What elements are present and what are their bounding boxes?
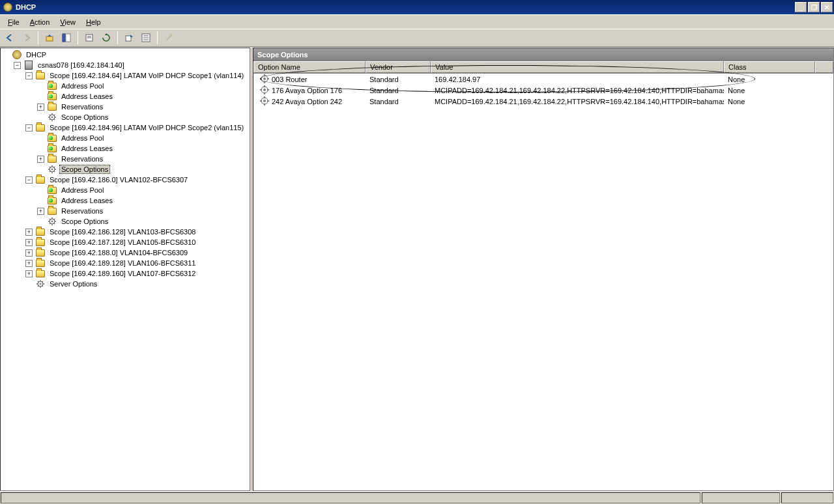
back-button[interactable]: [3, 31, 17, 45]
menu-view[interactable]: View: [55, 17, 81, 27]
toolbar: [0, 29, 834, 47]
svg-point-43: [40, 283, 42, 285]
svg-line-51: [42, 281, 44, 283]
tree-scope[interactable]: +Scope [169.42.189.128] VLAN106-BFCS6311: [25, 258, 248, 268]
folder-icon: [47, 133, 57, 143]
tree-item-address-pool[interactable]: Address Pool: [37, 185, 248, 195]
properties-button[interactable]: [82, 31, 96, 45]
expand-toggle[interactable]: +: [25, 229, 33, 236]
folder-icon: [47, 195, 57, 206]
table-row[interactable]: 242 Avaya Option 242StandardMCIPADD=169.…: [253, 96, 833, 107]
table-row[interactable]: 003 RouterStandard169.42.184.97None: [253, 74, 833, 85]
svg-line-30: [50, 171, 51, 173]
expand-toggle[interactable]: −: [25, 72, 33, 79]
svg-line-39: [54, 223, 55, 225]
tree-item-address-leases[interactable]: Address Leases: [37, 195, 248, 206]
menu-file[interactable]: File: [3, 17, 25, 27]
tree-item-reservations[interactable]: +Reservations: [37, 102, 248, 112]
expand-toggle[interactable]: +: [25, 270, 33, 277]
svg-line-48: [38, 281, 39, 283]
svg-point-13: [51, 117, 53, 119]
column-header-value[interactable]: Value: [431, 61, 724, 73]
menu-bar: File Action View Help: [0, 14, 834, 29]
option-name: 242 Avaya Option 242: [272, 98, 342, 105]
folder-icon: [35, 70, 46, 81]
tree-server-options[interactable]: Server Options: [25, 279, 248, 289]
tree-item-address-leases[interactable]: Address Leases: [37, 143, 248, 154]
cell-class: None: [724, 86, 815, 95]
close-button[interactable]: ✕: [821, 2, 833, 12]
svg-line-28: [50, 167, 51, 168]
folder-icon: [35, 227, 46, 237]
expand-toggle[interactable]: +: [37, 156, 44, 163]
gear-icon: [47, 216, 57, 227]
up-button[interactable]: [42, 31, 57, 45]
gear-icon: [47, 112, 57, 122]
export-button[interactable]: [122, 31, 136, 45]
tree-pane[interactable]: DHCP−csnas078 [169.42.184.140]−Scope [16…: [0, 48, 250, 491]
maximize-button[interactable]: ❐: [808, 2, 820, 12]
expand-toggle[interactable]: −: [25, 124, 33, 132]
svg-rect-0: [46, 36, 53, 41]
list-button[interactable]: [139, 31, 153, 45]
tree-item-reservations[interactable]: +Reservations: [37, 206, 248, 216]
tree-scope[interactable]: +Scope [169.42.186.128] VLAN103-BFCS6308: [25, 227, 248, 237]
list-header: Option NameVendorValueClass: [253, 61, 833, 74]
expand-toggle[interactable]: +: [25, 260, 33, 267]
status-pane-main: [1, 492, 700, 503]
expand-toggle[interactable]: +: [37, 104, 44, 111]
show-hide-tree-button[interactable]: [59, 31, 74, 45]
tree-server[interactable]: −csnas078 [169.42.184.140]: [14, 60, 248, 70]
svg-line-31: [54, 167, 55, 168]
tree-scope[interactable]: −Scope [169.42.184.64] LATAM VoIP DHCP S…: [25, 70, 248, 81]
minimize-button[interactable]: _: [795, 2, 807, 12]
expand-toggle[interactable]: −: [14, 62, 21, 69]
folder-icon: [47, 154, 57, 164]
wizard-button[interactable]: [162, 31, 176, 45]
tree-scope[interactable]: +Scope [169.42.189.160] VLAN107-BFCS6312: [25, 268, 248, 279]
folder-icon: [47, 102, 57, 112]
gear-icon: [260, 85, 270, 96]
tree-item-address-pool[interactable]: Address Pool: [37, 133, 248, 143]
option-name: 003 Router: [272, 76, 307, 83]
cell-vendor: Standard: [366, 97, 431, 106]
tree-item-scope-options[interactable]: Scope Options: [37, 164, 248, 175]
column-header-option-name[interactable]: Option Name: [253, 61, 366, 73]
tree-item-reservations[interactable]: +Reservations: [37, 154, 248, 164]
svg-point-11: [170, 34, 173, 36]
tree-scope[interactable]: +Scope [169.42.188.0] VLAN104-BFCS6309: [25, 247, 248, 258]
svg-point-33: [51, 221, 53, 223]
cell-class: None: [724, 97, 815, 106]
refresh-button[interactable]: [99, 31, 113, 45]
tree-root-dhcp[interactable]: DHCP: [2, 49, 248, 60]
menu-help[interactable]: Help: [81, 17, 106, 27]
dhcp-icon: [12, 49, 22, 60]
title-bar: DHCP _ ❐ ✕: [0, 0, 834, 14]
folder-icon: [35, 268, 46, 279]
window-title: DHCP: [16, 3, 795, 11]
tree-scope[interactable]: −Scope [169.42.186.0] VLAN102-BFCS6307: [25, 175, 248, 185]
folder-icon: [35, 258, 46, 268]
table-row[interactable]: 176 Avaya Option 176StandardMCIPADD=169.…: [253, 85, 833, 96]
column-header-vendor[interactable]: Vendor: [366, 61, 431, 73]
svg-rect-6: [126, 36, 131, 41]
list-body[interactable]: 003 RouterStandard169.42.184.97None176 A…: [253, 74, 833, 490]
expand-toggle[interactable]: +: [25, 239, 33, 246]
folder-icon: [35, 237, 46, 247]
option-name: 176 Avaya Option 176: [272, 87, 342, 94]
tree-item-scope-options[interactable]: Scope Options: [37, 216, 248, 227]
tree-item-address-pool[interactable]: Address Pool: [37, 81, 248, 91]
tree-scope[interactable]: +Scope [169.42.187.128] VLAN105-BFCS6310: [25, 237, 248, 247]
tree-item-address-leases[interactable]: Address Leases: [37, 91, 248, 102]
forward-button[interactable]: [20, 31, 34, 45]
tree-scope[interactable]: −Scope [169.42.184.96] LATAM VoIP DHCP S…: [25, 122, 248, 133]
expand-toggle[interactable]: −: [25, 176, 33, 184]
expand-toggle[interactable]: +: [37, 208, 44, 215]
svg-point-65: [263, 100, 266, 102]
svg-point-59: [263, 89, 266, 91]
expand-toggle[interactable]: +: [25, 249, 33, 257]
menu-action[interactable]: Action: [25, 17, 55, 27]
tree-item-scope-options[interactable]: Scope Options: [37, 112, 248, 122]
folder-icon: [35, 175, 46, 185]
column-header-class[interactable]: Class: [724, 61, 815, 73]
